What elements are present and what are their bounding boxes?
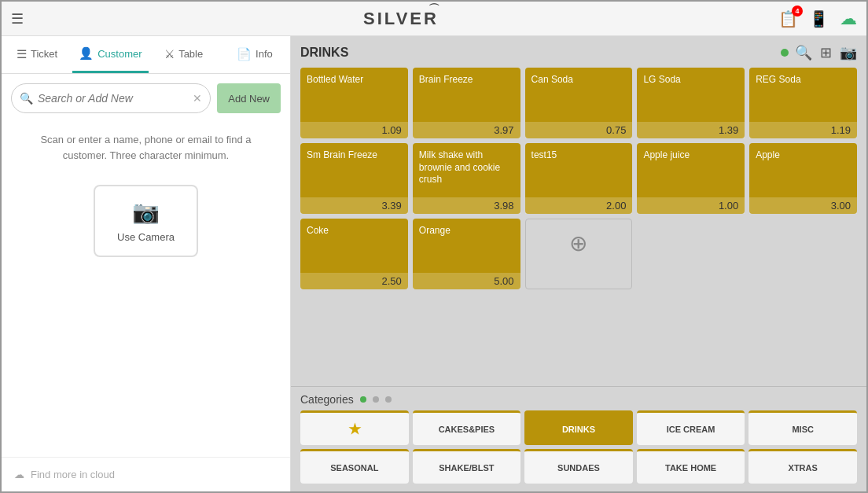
product-card[interactable]: Milk shake with brownie and cookie crush… xyxy=(413,143,520,214)
product-price: 1.09 xyxy=(300,122,408,138)
product-price: 1.39 xyxy=(637,122,745,138)
product-price: 2.00 xyxy=(525,197,633,214)
product-name: Sm Brain Freeze xyxy=(307,149,402,162)
search-icon: 🔍 xyxy=(20,92,33,105)
products-section: DRINKS 🔍 ⊞ 📷 Bottled Water 1.0 xyxy=(291,36,866,386)
product-name: Apple xyxy=(756,149,851,162)
cloud-search-label: Find more in cloud xyxy=(31,469,115,480)
product-card[interactable]: REG Soda 1.19 xyxy=(749,68,857,138)
product-card[interactable]: Coke 2.50 xyxy=(300,219,408,289)
categories-title: Categories xyxy=(300,393,354,406)
categories-dot-active xyxy=(360,396,366,403)
search-box[interactable]: 🔍 ✕ xyxy=(11,83,211,113)
categories-section: Categories ★ CAKES&PIES DRINKS ICE CREAM… xyxy=(291,386,866,491)
drinks-dot xyxy=(781,49,789,57)
product-name: Can Soda xyxy=(531,74,627,86)
product-price: 3.39 xyxy=(300,197,408,214)
product-name: LG Soda xyxy=(643,74,738,86)
product-name: Milk shake with brownie and cookie crush xyxy=(419,149,514,186)
ticket-icon: ☰ xyxy=(17,47,27,61)
category-btn-misc[interactable]: MISC xyxy=(748,410,857,445)
tabs-bar: ☰ Ticket 👤 Customer ⚔ Table 📄 Info xyxy=(2,36,290,74)
menu-icon[interactable]: ☰ xyxy=(11,10,24,28)
product-card[interactable]: Orange 5.00 xyxy=(413,219,520,289)
orders-icon[interactable]: 📋 4 xyxy=(778,9,798,28)
cloud-search-icon: ☁ xyxy=(14,469,24,480)
section-title: DRINKS xyxy=(300,46,348,60)
camera-products-icon[interactable]: 📷 xyxy=(840,44,857,61)
use-camera-button[interactable]: 📷 Use Camera xyxy=(94,185,198,257)
category-btn-cakespies[interactable]: CAKES&PIES xyxy=(413,410,521,445)
product-card[interactable]: Bottled Water 1.09 xyxy=(300,68,408,138)
category-btn-fav[interactable]: ★ xyxy=(300,410,409,445)
category-btn-drinks[interactable]: DRINKS xyxy=(524,410,633,445)
table-icon: ⚔ xyxy=(164,47,175,61)
search-products-icon[interactable]: 🔍 xyxy=(795,44,812,61)
right-panel: DRINKS 🔍 ⊞ 📷 Bottled Water 1.0 xyxy=(291,36,866,491)
customer-icon: 👤 xyxy=(79,46,94,61)
product-card[interactable]: LG Soda 1.39 xyxy=(637,68,745,138)
section-actions: 🔍 ⊞ 📷 xyxy=(795,44,857,61)
category-btn-sundaes[interactable]: SUNDAES xyxy=(524,449,633,484)
add-new-button[interactable]: Add New xyxy=(217,83,281,113)
product-name: test15 xyxy=(531,149,627,162)
product-price: 3.00 xyxy=(749,197,857,214)
add-circle-icon: ⊕ xyxy=(532,226,626,261)
product-card[interactable]: test15 2.00 xyxy=(525,143,633,214)
product-price: 3.98 xyxy=(413,197,520,214)
top-bar: ☰ SILVER 📋 4 📱 ☁ xyxy=(2,2,866,36)
product-price: 1.19 xyxy=(749,122,857,138)
product-name: REG Soda xyxy=(756,74,851,86)
badge-count: 4 xyxy=(792,6,803,17)
product-name: Bottled Water xyxy=(307,74,402,86)
product-name: Coke xyxy=(307,225,402,237)
cloud-icon[interactable]: ☁ xyxy=(840,9,857,29)
left-panel: ☰ Ticket 👤 Customer ⚔ Table 📄 Info xyxy=(2,36,291,491)
category-grid: ★ CAKES&PIES DRINKS ICE CREAM MISC SEASO… xyxy=(300,410,857,484)
tablet-icon[interactable]: 📱 xyxy=(809,9,829,28)
tab-table[interactable]: ⚔ Table xyxy=(149,36,219,73)
categories-dot-1 xyxy=(373,396,379,403)
camera-button-label: Use Camera xyxy=(117,231,175,243)
category-btn-seasonal[interactable]: SEASONAL xyxy=(300,449,409,484)
product-name: Apple juice xyxy=(643,149,738,162)
product-card[interactable]: Apple juice 1.00 xyxy=(637,143,745,214)
camera-section: 📷 Use Camera xyxy=(2,172,290,270)
category-btn-shakeblst[interactable]: SHAKE/BLST xyxy=(413,449,521,484)
tab-ticket-label: Ticket xyxy=(31,48,57,60)
search-input[interactable] xyxy=(38,92,193,105)
product-price: 3.97 xyxy=(413,122,520,138)
product-price: 0.75 xyxy=(525,122,633,138)
category-btn-icecream[interactable]: ICE CREAM xyxy=(637,410,745,445)
product-name: Brain Freeze xyxy=(419,74,514,86)
customer-info-text: Scan or enter a name, phone or email to … xyxy=(2,123,290,172)
product-price: 5.00 xyxy=(413,273,520,289)
categories-dot-2 xyxy=(385,396,392,403)
tab-info-label: Info xyxy=(256,48,273,60)
grid-view-icon[interactable]: ⊞ xyxy=(820,44,832,61)
product-price: 2.50 xyxy=(300,273,408,289)
category-btn-takehome[interactable]: TAKE HOME xyxy=(637,449,745,484)
clear-icon[interactable]: ✕ xyxy=(193,92,202,105)
product-card[interactable]: Sm Brain Freeze 3.39 xyxy=(300,143,408,214)
section-header: DRINKS 🔍 ⊞ 📷 xyxy=(300,44,857,61)
product-card[interactable]: Apple 3.00 xyxy=(749,143,857,214)
add-product-card[interactable]: ⊕ xyxy=(525,219,633,289)
product-card[interactable]: Can Soda 0.75 xyxy=(525,68,633,138)
tab-table-label: Table xyxy=(178,48,203,60)
tab-ticket[interactable]: ☰ Ticket xyxy=(2,36,72,73)
app-title: SILVER xyxy=(363,9,439,29)
category-btn-xtras[interactable]: XTRAS xyxy=(748,449,857,484)
product-card[interactable]: Brain Freeze 3.97 xyxy=(413,68,520,138)
product-price: 1.00 xyxy=(637,197,745,214)
star-icon: ★ xyxy=(348,421,361,438)
tab-customer-label: Customer xyxy=(97,48,142,60)
main-content: ☰ Ticket 👤 Customer ⚔ Table 📄 Info xyxy=(2,36,866,491)
tab-info[interactable]: 📄 Info xyxy=(219,36,290,73)
categories-header: Categories xyxy=(300,393,857,406)
product-grid: Bottled Water 1.09 Brain Freeze 3.97 Can… xyxy=(300,68,857,289)
info-icon: 📄 xyxy=(237,47,252,61)
cloud-search[interactable]: ☁ Find more in cloud xyxy=(2,457,290,491)
tab-customer[interactable]: 👤 Customer xyxy=(72,36,148,73)
camera-icon: 📷 xyxy=(132,199,160,225)
